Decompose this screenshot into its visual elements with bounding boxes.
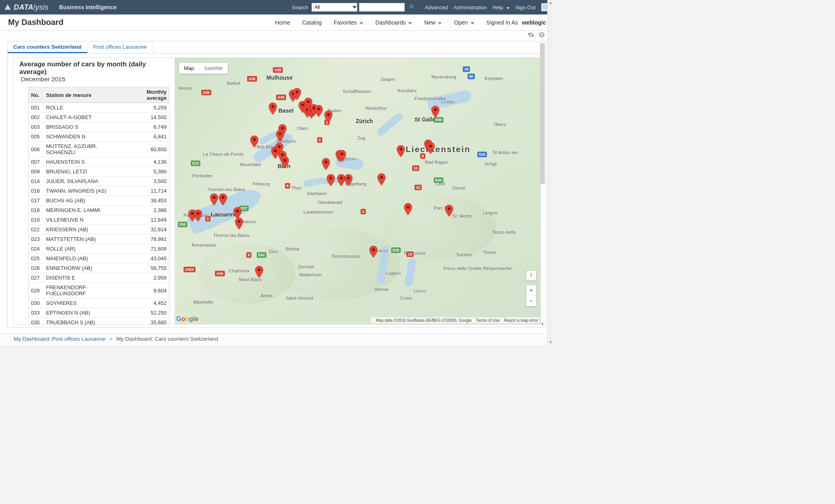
nav-favorites[interactable]: Favorites — [334, 19, 363, 26]
svg-point-0 — [410, 5, 413, 8]
tab-0[interactable]: Cars counters Switzerland — [8, 41, 88, 53]
search-input[interactable] — [359, 3, 405, 12]
zoom-out-button[interactable]: − — [526, 296, 536, 306]
col-header-station[interactable]: Station de mesure — [44, 87, 127, 103]
table-row[interactable]: 033EPTINGEN N (AB)52,250 — [29, 308, 169, 318]
map-marker[interactable] — [280, 156, 289, 165]
map-marker[interactable] — [377, 173, 386, 182]
col-header-avg[interactable]: Monthly average — [127, 87, 169, 103]
nav-dashboards[interactable]: Dashboards — [375, 19, 412, 26]
map-marker[interactable] — [250, 136, 259, 144]
map-marker[interactable] — [268, 103, 277, 111]
card-scrollbar[interactable]: ▲ ▼ — [540, 43, 545, 325]
svg-point-23 — [236, 210, 239, 212]
table-row[interactable]: 007HAUENSTEIN S4,136 — [29, 157, 169, 167]
svg-point-40 — [406, 206, 409, 208]
nav-home[interactable]: Home — [275, 19, 290, 26]
table-row[interactable]: 027DISENTIS E2,958 — [29, 273, 169, 283]
map-marker[interactable] — [326, 174, 335, 183]
table-row[interactable]: 009BRUENIG, LETZI5,380 — [29, 167, 169, 177]
search-type-select[interactable] — [311, 3, 357, 12]
help-link[interactable]: Help — [493, 4, 510, 10]
map-marker[interactable] — [275, 143, 284, 152]
help-icon[interactable]: ? — [538, 31, 545, 40]
table-row[interactable]: 005SCHWANDEN N6,841 — [29, 132, 169, 142]
dashboard-card: Cars counters SwitzerlandPost offices La… — [7, 41, 546, 327]
nav-new[interactable]: New — [424, 19, 442, 26]
svg-point-26 — [196, 212, 199, 215]
map-type-satellite-button[interactable]: Satellite — [199, 63, 227, 74]
svg-point-15 — [278, 132, 281, 135]
table-row[interactable]: 022KRIESSERN (AB)32,914 — [29, 225, 169, 235]
table-row[interactable]: 030SOYHIERES4,452 — [29, 298, 169, 308]
svg-point-13 — [327, 113, 330, 116]
table-row[interactable]: 019VILLENEUVE N12,849 — [29, 215, 169, 225]
window-scrollbar[interactable]: ▲ ▼ — [547, 0, 553, 345]
report-error-link[interactable]: Report a map error — [504, 318, 538, 323]
gear-icon[interactable] — [528, 31, 534, 40]
table-row[interactable]: 017BUCHS AG (AB)39,453 — [29, 196, 169, 206]
svg-point-41 — [447, 207, 450, 210]
col-header-no[interactable]: No. — [29, 87, 44, 103]
terms-link[interactable]: Terms of Use — [476, 318, 500, 323]
table-row[interactable]: 035TRUEBBACH S (AB)35,685 — [29, 318, 169, 327]
svg-point-32 — [340, 177, 342, 179]
svg-point-18 — [278, 145, 280, 148]
map-marker[interactable] — [255, 266, 264, 275]
zoom-in-button[interactable]: + — [526, 285, 536, 296]
road-shield: E62 — [178, 222, 188, 227]
map-marker[interactable] — [314, 105, 323, 114]
map-marker[interactable] — [431, 106, 440, 115]
table-row[interactable]: 028FRENKENDORF-FUELLINSDORF9,604 — [29, 283, 169, 298]
map-marker[interactable] — [445, 205, 454, 214]
map-marker[interactable] — [338, 150, 346, 159]
map-marker[interactable] — [219, 193, 227, 202]
map-panel[interactable]: Liechtenstein MulhouseBelfortVesoulBasel… — [175, 58, 540, 324]
tab-1[interactable]: Post offices Lausanne — [88, 41, 153, 53]
map-marker[interactable] — [210, 193, 219, 202]
map-marker[interactable] — [276, 130, 285, 139]
table-row[interactable]: 026ENNETHORW (AB)58,755 — [29, 263, 169, 273]
road-shield: E43 — [434, 177, 443, 183]
table-row[interactable]: 025MAIENFELD (AB)43,045 — [29, 254, 169, 263]
table-row[interactable]: 018MEIRINGEN E, LAMMI2,386 — [29, 206, 169, 215]
map-city-label: Domodossola — [332, 254, 360, 259]
logo-icon — [4, 4, 11, 11]
streetview-pegman[interactable] — [526, 270, 536, 281]
signed-in-user[interactable]: weblogic — [522, 19, 547, 26]
table-row[interactable]: 006MUTTENZ, A2/ZUBR. SCHAENZLI60,650 — [29, 142, 169, 157]
table-row[interactable]: 002CHALET-A-GOBET14,500 — [29, 113, 169, 122]
table-row[interactable]: 014JULIER, SILVAPLANA3,500 — [29, 177, 169, 186]
map-marker[interactable] — [344, 174, 353, 183]
map-type-map-button[interactable]: Map — [179, 63, 199, 74]
road-shield: E23 — [191, 160, 200, 166]
table-row[interactable]: 016TWANN, WINGREIS (AS)11,714 — [29, 186, 169, 196]
table-row[interactable]: 003BRISSAGO S6,749 — [29, 122, 169, 132]
nav-catalog[interactable]: Catalog — [302, 19, 322, 26]
map-city-label: Livigno — [483, 210, 497, 215]
map-marker[interactable] — [194, 210, 202, 218]
map-marker[interactable] — [324, 111, 333, 119]
nav-open[interactable]: Open — [454, 19, 474, 26]
table-row[interactable]: 023MATTSTETTEN (AB)78,991 — [29, 235, 169, 244]
map-marker[interactable] — [233, 207, 242, 216]
map-city-label: Lauterbrunnen — [303, 210, 334, 214]
search-icon[interactable] — [409, 4, 415, 11]
road-shield: A35 — [273, 67, 283, 73]
advanced-link[interactable]: Advanced — [425, 4, 448, 10]
map-marker[interactable] — [396, 145, 405, 154]
signout-link[interactable]: Sign Out — [515, 4, 536, 10]
map-marker[interactable] — [322, 158, 330, 167]
table-row[interactable]: 024ROLLE (AR)71,809 — [29, 244, 169, 254]
map-marker[interactable] — [404, 203, 412, 212]
svg-point-42 — [530, 273, 532, 274]
map-city-label: Zermatt — [298, 264, 314, 269]
map-marker[interactable] — [369, 246, 378, 255]
administration-link[interactable]: Administration — [454, 4, 487, 10]
table-row[interactable]: 001ROLLE5,259 — [29, 103, 169, 113]
map-marker[interactable] — [235, 218, 243, 226]
breadcrumb-prev[interactable]: My Dashboard: Post offices Lausanne — [14, 336, 105, 342]
road-shield: 1 — [205, 216, 210, 222]
map-marker[interactable] — [293, 88, 301, 97]
map-marker[interactable] — [426, 142, 435, 151]
